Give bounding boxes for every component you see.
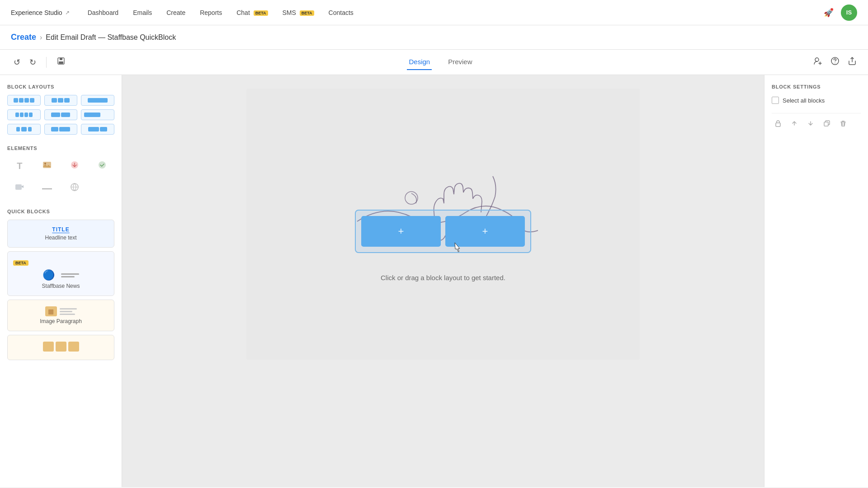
drop-cell-1[interactable]: + [361, 216, 441, 247]
layout-4col[interactable] [7, 95, 41, 106]
delete-button[interactable] [837, 117, 849, 131]
svg-rect-1 [60, 58, 62, 60]
svg-point-3 [815, 58, 819, 61]
canvas-hint: Click or drag a block layout to get star… [381, 274, 505, 282]
user-avatar[interactable]: IS [841, 5, 857, 21]
right-sidebar: BLOCK SETTINGS Select all blocks [764, 75, 868, 487]
save-button[interactable] [54, 54, 68, 70]
move-down-button[interactable] [804, 117, 817, 131]
block-settings-title: BLOCK SETTINGS [772, 84, 861, 89]
undo-button[interactable]: ↺ [11, 55, 23, 70]
redo-button[interactable]: ↻ [27, 55, 39, 70]
help-button[interactable] [830, 56, 840, 68]
breadcrumb-current-page: Edit Email Draft — Staffbase QuickBlock [46, 33, 176, 42]
layout-3col[interactable] [44, 95, 78, 106]
nav-emails[interactable]: Emails [133, 7, 152, 18]
duplicate-button[interactable] [821, 117, 833, 131]
gallery-img-2 [56, 342, 66, 352]
quick-block-news-label: Staffbase News [13, 283, 108, 289]
text-lines [60, 308, 77, 315]
svg-point-7 [835, 63, 835, 64]
link-element-icon [70, 182, 80, 194]
element-share[interactable] [62, 156, 87, 176]
layout-1col-wide[interactable] [81, 95, 114, 106]
logo-text: Experience Studio [11, 9, 62, 16]
quick-block-image-para-label: Image Paragraph [13, 318, 108, 324]
top-nav: Experience Studio ↗ Dashboard Emails Cre… [0, 0, 868, 25]
notification-dot [830, 8, 834, 11]
toolbar-right [813, 56, 857, 68]
gallery-img-1 [43, 342, 54, 352]
breadcrumb-link[interactable]: Create [11, 33, 36, 42]
elements-grid: T [7, 156, 114, 198]
quick-block-staffbase-news[interactable]: BETA 🔵 Staffbase News [7, 251, 114, 296]
toolbar-divider [46, 57, 47, 68]
nav-chat[interactable]: Chat BETA [236, 7, 268, 18]
select-all-checkbox[interactable] [772, 97, 779, 104]
select-all-label: Select all blocks [783, 97, 825, 104]
gallery-preview [13, 342, 108, 352]
element-divider[interactable] [35, 178, 60, 198]
svg-rect-12 [15, 184, 22, 190]
nav-items: Dashboard Emails Create Reports Chat BET… [88, 7, 824, 18]
layout-1-2col[interactable] [44, 124, 78, 135]
move-up-button[interactable] [788, 117, 801, 131]
lock-button[interactable] [772, 117, 784, 131]
news-circle-icon: 🔵 [42, 269, 55, 281]
breadcrumb-separator: › [40, 33, 42, 42]
select-all-row: Select all blocks [772, 97, 861, 104]
main-layout: BLOCK LAYOUTS [0, 75, 868, 487]
news-lines [61, 272, 79, 279]
element-link[interactable] [62, 178, 87, 198]
layout-2col[interactable] [44, 109, 78, 120]
toolbar: ↺ ↻ Design Preview [0, 50, 868, 75]
layout-4col-b[interactable] [7, 109, 41, 120]
element-video[interactable] [7, 178, 32, 198]
divider-element-icon [42, 185, 52, 192]
quick-block-title-label: Headline text [13, 235, 108, 241]
chat-beta-badge: BETA [254, 10, 268, 16]
layout-2-1col[interactable] [81, 124, 114, 135]
elements-title: ELEMENTS [7, 145, 114, 151]
block-drag-preview: + + [355, 210, 531, 253]
svg-rect-16 [776, 123, 780, 127]
svg-rect-17 [824, 122, 828, 126]
add-user-button[interactable] [813, 56, 823, 68]
image-icon: ▦ [48, 308, 54, 315]
svg-point-11 [99, 161, 106, 169]
element-check[interactable] [90, 156, 114, 176]
app-logo[interactable]: Experience Studio ↗ [11, 9, 70, 16]
nav-sms[interactable]: SMS BETA [283, 7, 314, 18]
text-element-icon: T [17, 161, 22, 171]
svg-rect-2 [59, 61, 63, 64]
nav-dashboard[interactable]: Dashboard [88, 7, 119, 18]
layout-mix1[interactable] [7, 124, 41, 135]
tab-design[interactable]: Design [407, 54, 432, 70]
quick-block-title[interactable]: TITLE Headline text [7, 220, 114, 248]
block-actions [772, 113, 861, 131]
share-button[interactable] [847, 56, 857, 68]
rocket-icon-button[interactable]: 🚀 [824, 8, 834, 18]
canvas-container: + + Click or drag a block layout to get … [246, 89, 640, 360]
sms-beta-badge: BETA [300, 10, 314, 16]
layout-1col-offset[interactable] [81, 109, 114, 120]
quick-block-gallery[interactable] [7, 335, 114, 360]
block-layouts-title: BLOCK LAYOUTS [7, 84, 114, 89]
block-layouts-grid [7, 95, 114, 135]
nav-right: 🚀 IS [824, 5, 857, 21]
gallery-img-3 [68, 342, 79, 352]
nav-reports[interactable]: Reports [200, 7, 222, 18]
canvas-drop-area[interactable]: + + Click or drag a block layout to get … [246, 89, 640, 360]
element-image[interactable] [35, 156, 60, 176]
canvas-area: + + Click or drag a block layout to get … [122, 75, 764, 487]
share-element-icon [70, 160, 80, 172]
element-text[interactable]: T [7, 156, 32, 176]
quick-block-image-paragraph[interactable]: ▦ Image Paragraph [7, 300, 114, 331]
tab-preview[interactable]: Preview [446, 54, 474, 70]
quick-blocks-title: QUICK BLOCKS [7, 209, 114, 214]
drop-cell-2[interactable]: + [445, 216, 525, 247]
video-element-icon [14, 182, 24, 194]
nav-contacts[interactable]: Contacts [329, 7, 354, 18]
nav-create[interactable]: Create [166, 7, 185, 18]
svg-point-9 [44, 163, 46, 164]
